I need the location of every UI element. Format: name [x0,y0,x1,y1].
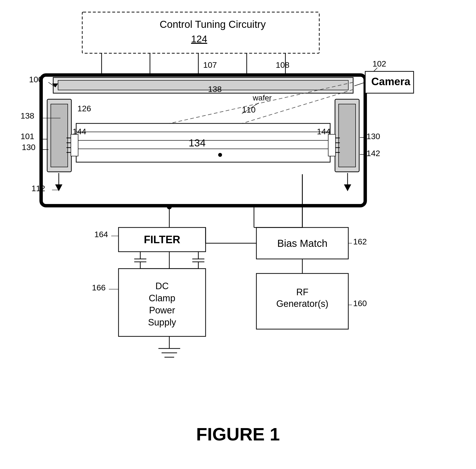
ref-110: 110 [242,105,256,114]
ref-162: 162 [353,237,367,246]
ref-130-right: 130 [366,132,380,141]
rf-gen-line2: Generator(s) [276,299,328,309]
ref-112: 112 [32,184,45,193]
camera-label: Camera [371,76,410,87]
svg-point-47 [167,204,172,209]
ref-144-left: 144 [73,127,86,136]
ref-142: 142 [366,149,380,158]
dc-clamp-line1: DC [156,281,169,291]
svg-rect-36 [328,134,335,156]
svg-line-13 [374,68,377,71]
ref-134: 134 [189,137,206,149]
ref-108: 108 [276,60,290,69]
ctc-number: 124 [191,34,207,44]
dc-clamp-line4: Supply [148,317,176,327]
svg-rect-8 [58,80,348,90]
ref-164: 164 [94,230,108,239]
svg-rect-0 [82,12,319,53]
svg-rect-15 [51,104,68,167]
figure-label: FIGURE 1 [196,424,280,444]
ref-130-left: 130 [22,143,35,152]
ref-100: 100 [29,75,43,84]
rf-gen-line1: RF [296,287,309,297]
dc-clamp-line3: Power [149,305,175,315]
ref-160: 160 [353,299,367,308]
ref-138-left: 138 [20,111,34,120]
filter-label: FILTER [144,234,181,245]
ref-101: 101 [20,132,34,141]
bias-match-label: Bias Match [277,238,328,249]
svg-rect-31 [71,134,78,156]
ref-107: 107 [203,60,217,69]
ref-138-right: 138 [208,84,222,94]
ref-126: 126 [77,104,91,113]
ref-144-right: 144 [317,127,331,136]
svg-rect-17 [339,104,356,167]
wafer-label: wafer [252,93,272,102]
ref-166: 166 [92,283,106,292]
svg-point-30 [218,153,222,157]
diagram-container: Control Tuning Circuitry 124 107 108 100… [0,0,476,469]
dc-clamp-line2: Clamp [149,293,175,303]
ctc-label: Control Tuning Circuitry [160,19,266,30]
ref-102: 102 [373,59,386,68]
